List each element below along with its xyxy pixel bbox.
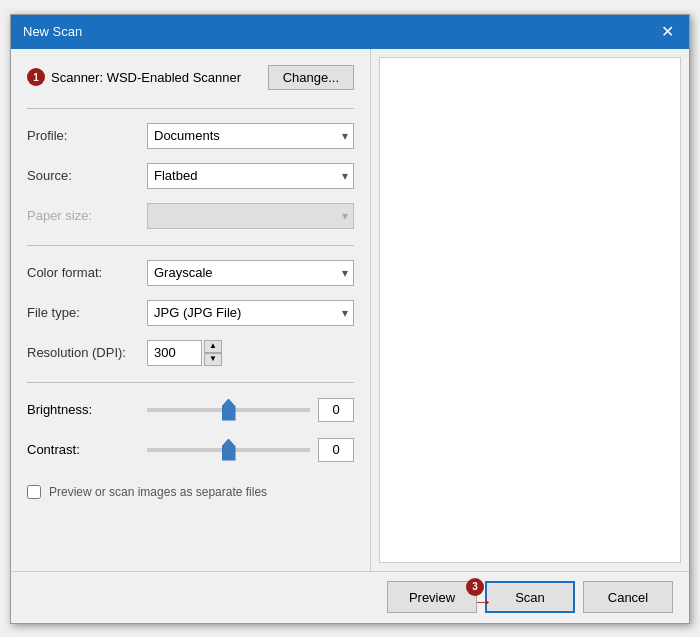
contrast-row: Contrast:	[27, 437, 354, 463]
paper-size-select[interactable]	[147, 203, 354, 229]
checkbox-label: Preview or scan images as separate files	[49, 485, 267, 499]
change-button[interactable]: Change...	[268, 65, 354, 90]
scanner-name: WSD-Enabled Scanner	[107, 70, 241, 85]
annotation-1: 1	[27, 68, 45, 86]
separate-files-checkbox[interactable]	[27, 485, 41, 499]
file-type-row: File type: JPG (JPG File) BMP (BMP File)…	[27, 300, 354, 326]
profile-select[interactable]: Documents Photos Custom	[147, 123, 354, 149]
spinner-buttons: ▲ ▼	[204, 340, 222, 366]
color-format-row: Color format: Grayscale Color Black and …	[27, 260, 354, 286]
file-type-select[interactable]: JPG (JPG File) BMP (BMP File) PNG (PNG F…	[147, 300, 354, 326]
scanner-label-row: 1 Scanner: WSD-Enabled Scanner	[27, 68, 241, 86]
dialog-footer: 3 → Preview Scan Cancel	[11, 571, 689, 623]
resolution-row: Resolution (DPI): ▲ ▼	[27, 340, 354, 366]
cancel-button[interactable]: Cancel	[583, 581, 673, 613]
source-row: Source: Flatbed Feeder	[27, 163, 354, 189]
profile-row: Profile: 2 → Documents Photos Custom	[27, 123, 354, 149]
brightness-slider[interactable]	[147, 408, 310, 412]
source-label: Source:	[27, 168, 147, 183]
contrast-value[interactable]	[318, 438, 354, 462]
checkbox-row: Preview or scan images as separate files	[27, 485, 354, 499]
paper-size-row: Paper size:	[27, 203, 354, 229]
separator-3	[27, 382, 354, 383]
separator-1	[27, 108, 354, 109]
contrast-label: Contrast:	[27, 442, 147, 457]
scan-button[interactable]: Scan	[485, 581, 575, 613]
profile-label-group: Profile: 2 →	[27, 127, 147, 145]
source-select-wrapper: Flatbed Feeder	[147, 163, 354, 189]
spinner-down[interactable]: ▼	[204, 353, 222, 366]
scanner-label: Scanner: WSD-Enabled Scanner	[51, 70, 241, 85]
paper-size-label: Paper size:	[27, 208, 147, 223]
file-type-label: File type:	[27, 305, 147, 320]
contrast-slider-container	[147, 437, 310, 463]
dpi-row: ▲ ▼	[147, 340, 222, 366]
profile-label: Profile:	[27, 128, 147, 143]
title-bar: New Scan ✕	[11, 15, 689, 49]
brightness-slider-container	[147, 397, 310, 423]
paper-size-select-wrapper	[147, 203, 354, 229]
resolution-input[interactable]	[147, 340, 202, 366]
separator-2	[27, 245, 354, 246]
close-button[interactable]: ✕	[657, 22, 677, 42]
brightness-row: Brightness:	[27, 397, 354, 423]
dialog-body: 1 Scanner: WSD-Enabled Scanner Change...…	[11, 49, 689, 571]
arrow-scan-icon: →	[473, 590, 493, 613]
left-panel: 1 Scanner: WSD-Enabled Scanner Change...…	[11, 49, 371, 571]
spinner-up[interactable]: ▲	[204, 340, 222, 353]
file-type-select-wrapper: JPG (JPG File) BMP (BMP File) PNG (PNG F…	[147, 300, 354, 326]
source-select[interactable]: Flatbed Feeder	[147, 163, 354, 189]
color-format-label: Color format:	[27, 265, 147, 280]
color-format-select-wrapper: Grayscale Color Black and White	[147, 260, 354, 286]
profile-select-wrapper: Documents Photos Custom	[147, 123, 354, 149]
brightness-label: Brightness:	[27, 402, 147, 417]
contrast-slider[interactable]	[147, 448, 310, 452]
dialog-title: New Scan	[23, 24, 82, 39]
scanner-row: 1 Scanner: WSD-Enabled Scanner Change...	[27, 65, 354, 90]
color-format-select[interactable]: Grayscale Color Black and White	[147, 260, 354, 286]
brightness-value[interactable]	[318, 398, 354, 422]
preview-area	[379, 57, 681, 563]
resolution-label: Resolution (DPI):	[27, 345, 147, 360]
new-scan-dialog: New Scan ✕ 1 Scanner: WSD-Enabled Scanne…	[10, 14, 690, 624]
preview-button[interactable]: Preview	[387, 581, 477, 613]
